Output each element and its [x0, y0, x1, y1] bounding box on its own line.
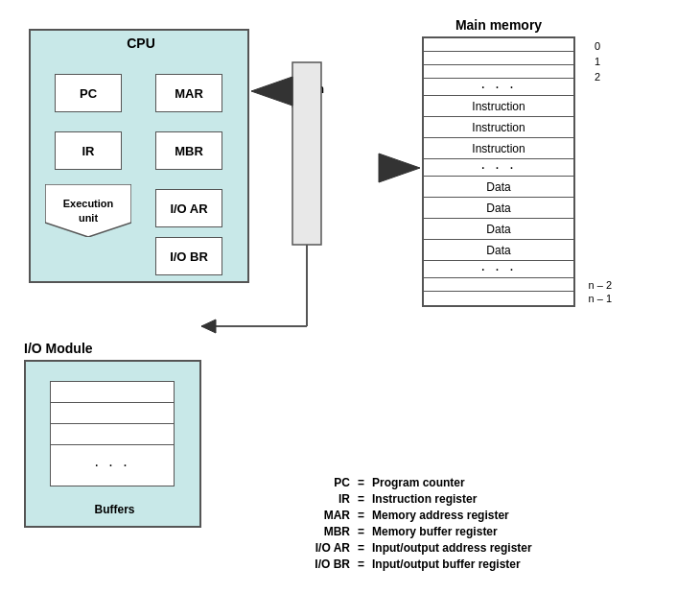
mem-instruction-3: Instruction [424, 138, 573, 159]
legend-row-iobr: I/O BR = Input/output buffer register [297, 557, 532, 571]
memory-box: 0 1 2 · · · Instruction Instruction Inst… [422, 36, 575, 307]
legend-val-pc: Program counter [372, 476, 465, 489]
mem-dots-bot: · · · [424, 261, 573, 278]
legend-eq-ioar: = [358, 541, 364, 555]
exec-label: Executionunit [63, 197, 114, 225]
svg-marker-6 [201, 320, 216, 333]
legend-key-ir: IR [297, 492, 350, 506]
legend-key-mar: MAR [297, 509, 350, 522]
mem-instruction-2: Instruction [424, 117, 573, 138]
addr-n-1: n – 1 [589, 293, 612, 304]
legend-val-iobr: Input/output buffer register [372, 557, 521, 571]
mem-top-empty-3 [424, 65, 573, 79]
io-box: · · · Buffers [24, 360, 201, 528]
legend-eq-iobr: = [358, 557, 364, 571]
legend-val-mar: Memory address register [372, 509, 509, 522]
mem-bottom-2: n – 1 [424, 292, 573, 305]
legend: PC = Program counter IR = Instruction re… [297, 476, 532, 574]
legend-row-mbr: MBR = Memory buffer register [297, 525, 532, 538]
addr-1: 1 [595, 56, 600, 67]
legend-val-ioar: Input/output address register [372, 541, 532, 555]
legend-key-iobr: I/O BR [297, 557, 350, 571]
mem-bottom-1: n – 2 [424, 278, 573, 292]
mem-dots-mid: · · · [424, 159, 573, 177]
mbr-register: MBR [155, 131, 222, 170]
buffers-label: Buffers [26, 503, 203, 516]
legend-key-ioar: I/O AR [297, 541, 350, 555]
addr-n-2: n – 2 [589, 279, 612, 291]
legend-val-ir: Instruction register [372, 492, 477, 506]
execution-unit: Executionunit [45, 184, 131, 237]
diagram: CPU PC IR MAR MBR I/O AR I/O BR Executio… [0, 0, 700, 593]
addr-2: 2 [595, 71, 600, 83]
legend-val-mbr: Memory buffer register [372, 525, 498, 538]
legend-row-pc: PC = Program counter [297, 476, 532, 489]
mem-top-empty-2 [424, 52, 573, 65]
memory-title: Main memory [422, 17, 575, 33]
cpu-box: CPU PC IR MAR MBR I/O AR I/O BR Executio… [29, 29, 249, 283]
legend-key-pc: PC [297, 476, 350, 489]
pc-register: PC [55, 74, 122, 112]
legend-eq-mbr: = [358, 525, 364, 538]
legend-row-mar: MAR = Memory address register [297, 509, 532, 522]
svg-marker-3 [379, 154, 420, 182]
system-bus-label: Systembus [273, 82, 331, 110]
legend-eq-ir: = [358, 492, 364, 506]
mem-instruction-1: Instruction [424, 96, 573, 117]
addr-0: 0 [595, 40, 600, 52]
mem-data-2: Data [424, 198, 573, 219]
mem-data-4: Data [424, 240, 573, 261]
io-section: I/O Module · · · Buffers [24, 341, 201, 528]
legend-key-mbr: MBR [297, 525, 350, 538]
ir-register: IR [55, 131, 122, 170]
mem-dots-top: · · · [424, 79, 573, 96]
ioar-register: I/O AR [155, 189, 222, 227]
legend-row-ioar: I/O AR = Input/output address register [297, 541, 532, 555]
mem-data-1: Data [424, 177, 573, 198]
mem-top-empty-1 [424, 38, 573, 52]
buffers-box: · · · [50, 381, 175, 486]
mem-data-3: Data [424, 219, 573, 240]
legend-row-ir: IR = Instruction register [297, 492, 532, 506]
legend-eq-mar: = [358, 509, 364, 522]
io-title: I/O Module [24, 341, 201, 356]
legend-eq-pc: = [358, 476, 364, 489]
buffers-dots: · · · [51, 445, 174, 486]
cpu-title: CPU [31, 36, 251, 51]
memory-section: Main memory 0 1 2 · · · Instruction Inst… [422, 17, 575, 307]
iobr-register: I/O BR [155, 237, 222, 275]
mar-register: MAR [155, 74, 222, 112]
